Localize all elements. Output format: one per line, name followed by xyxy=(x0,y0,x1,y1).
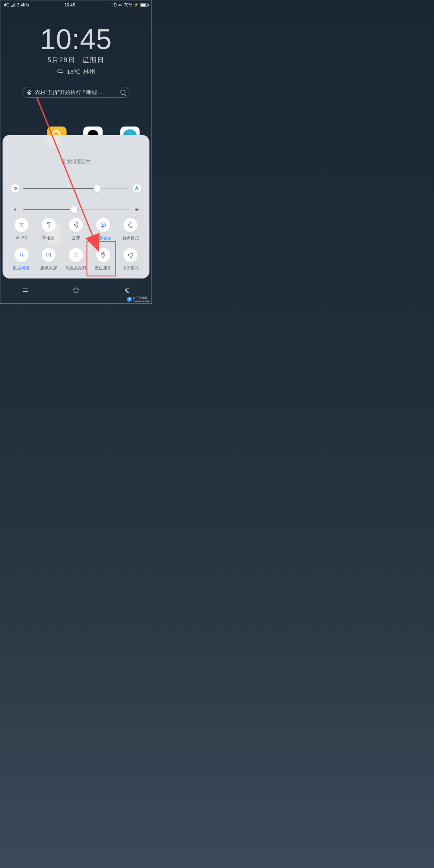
nav-home[interactable] xyxy=(72,286,80,295)
control-panel[interactable]: 无近期应用 A WLAN 手电筒 xyxy=(2,135,149,278)
toggle-bluetooth[interactable]: 蓝牙 xyxy=(62,218,90,241)
svg-point-7 xyxy=(75,254,77,256)
data-icon xyxy=(14,248,29,262)
toggle-front-flash[interactable]: 前置柔光灯 xyxy=(62,248,90,271)
lock-clock: 10:45 xyxy=(0,23,152,56)
volume-slider-row xyxy=(11,205,141,214)
svg-text:S: S xyxy=(48,254,49,256)
battery-pct: 70% xyxy=(124,2,132,7)
svg-point-2 xyxy=(30,91,31,92)
volume-slider[interactable] xyxy=(23,209,129,210)
cloud-icon xyxy=(56,68,64,76)
sun-icon xyxy=(69,248,83,262)
toggle-label: 数据网络 xyxy=(13,265,30,271)
watermark-label: 铲子手游网 xyxy=(133,296,149,300)
speed-label: 2.4K/s xyxy=(17,2,29,7)
baidu-icon xyxy=(27,89,33,95)
svg-point-8 xyxy=(102,254,104,255)
network-type-label: 4G xyxy=(4,2,10,7)
toggle-label: 前置柔光灯 xyxy=(66,265,87,271)
status-time: 10:45 xyxy=(64,2,75,7)
search-icon[interactable] xyxy=(121,90,126,95)
location-icon xyxy=(96,248,110,262)
toggle-label: 超级截屏 xyxy=(40,265,57,271)
brightness-slider[interactable] xyxy=(23,188,129,189)
volume-low-icon xyxy=(11,205,19,214)
watermark-logo: ✦ xyxy=(127,297,132,302)
auto-brightness-button[interactable]: A xyxy=(133,184,141,193)
charging-icon: ⚡ xyxy=(134,3,138,7)
toggle-torch[interactable]: 手电筒 xyxy=(35,218,62,241)
watermark-url: www.czpxjc.com xyxy=(133,300,149,302)
temp-label: 18℃ xyxy=(67,68,80,75)
toggle-dnd[interactable]: 勿扰模式 xyxy=(117,218,144,241)
search-placeholder: 农村“五拆”开始执行？哪些… xyxy=(35,89,118,96)
screenshot-icon: S xyxy=(42,248,56,262)
brightness-slider-row: A xyxy=(11,184,141,193)
toggle-label: 定位服务 xyxy=(95,265,112,271)
bluetooth-icon xyxy=(69,218,83,232)
lock-date: 5月28日 星期日 xyxy=(0,55,152,64)
no-recent-label: 无近期应用 xyxy=(2,158,149,166)
torch-icon xyxy=(42,218,56,232)
hd-label: HD xyxy=(111,2,117,7)
toggle-label: WLAN xyxy=(15,235,27,240)
signal-icon xyxy=(11,3,15,7)
wifi-icon xyxy=(14,218,29,232)
toggle-airplane[interactable]: 飞行模式 xyxy=(117,248,144,271)
net-small-label: 4G xyxy=(118,3,122,6)
toggle-rotation-lock[interactable]: 竖屏锁定 xyxy=(90,218,117,241)
toggle-label: 竖屏锁定 xyxy=(95,235,112,241)
toggle-screenshot[interactable]: S 超级截屏 xyxy=(35,248,62,271)
toggle-wlan[interactable]: WLAN xyxy=(8,218,35,241)
toggle-mobile-data[interactable]: 数据网络 xyxy=(8,248,35,271)
weather-row[interactable]: 18℃ 林州 xyxy=(0,68,152,76)
svg-point-0 xyxy=(28,90,29,92)
airplane-icon xyxy=(123,248,137,262)
svg-point-1 xyxy=(29,90,30,91)
battery-icon xyxy=(140,3,148,7)
quick-toggles: WLAN 手电筒 蓝牙 竖屏锁定 勿扰模式 数据网络 S 超级截屏 前 xyxy=(8,218,144,271)
rotation-lock-icon xyxy=(96,218,110,232)
settings-icon[interactable] xyxy=(11,184,19,193)
search-bar[interactable]: 农村“五拆”开始执行？哪些… xyxy=(23,87,129,98)
toggle-location[interactable]: 定位服务 xyxy=(90,248,117,271)
nav-bar xyxy=(0,285,152,296)
moon-icon xyxy=(123,218,137,232)
toggle-label: 蓝牙 xyxy=(72,235,80,241)
toggle-label: 飞行模式 xyxy=(122,265,139,271)
toggle-label: 勿扰模式 xyxy=(122,235,139,241)
city-label: 林州 xyxy=(83,68,96,76)
watermark: ✦ 铲子手游网 www.czpxjc.com xyxy=(127,296,149,303)
status-bar: 4G 2.4K/s 10:45 HD 4G 70% ⚡ xyxy=(0,0,152,10)
toggle-label: 手电筒 xyxy=(42,235,55,241)
nav-recent[interactable] xyxy=(21,286,29,295)
nav-back[interactable] xyxy=(123,286,131,295)
volume-high-icon xyxy=(133,205,141,214)
